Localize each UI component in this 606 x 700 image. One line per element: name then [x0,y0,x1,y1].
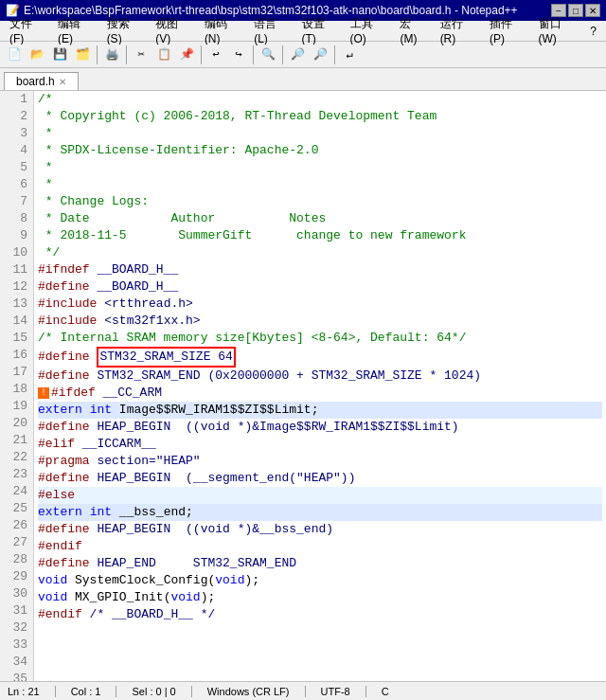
menu-view[interactable]: 视图(V) [150,14,197,47]
status-col: Col : 1 [71,686,117,697]
line-number: 35 [6,671,27,681]
line-number: 17 [6,364,27,381]
line-number: 26 [6,517,27,534]
line-number: 32 [6,619,27,637]
toolbar-separator-2 [126,45,127,64]
code-line: * SPDX-License-Identifier: Apache-2.0 [38,142,602,159]
line-numbers: 1234567891011121314151617181920212223242… [0,91,34,681]
menu-window[interactable]: 窗口(W) [533,14,583,47]
code-line: #define HEAP_BEGIN ((void *)&__bss_end) [38,521,602,538]
warning-marker: ! [38,387,49,399]
menu-run[interactable]: 运行(R) [435,14,482,47]
status-encoding: UTF-8 [321,686,366,697]
open-button[interactable]: 📂 [27,45,47,65]
redo-button[interactable]: ↪️ [228,45,249,65]
status-windows: Windows (CR LF) [207,686,306,697]
code-line: #pragma section="HEAP" [38,453,602,470]
code-line: * 2018-11-5 SummerGift change to new fra… [38,227,602,244]
editor: 1234567891011121314151617181920212223242… [0,91,606,681]
code-line: * [38,159,602,176]
print-button[interactable]: 🖨️ [101,45,122,65]
cut-button[interactable]: ✂️ [131,45,152,65]
wrap-button[interactable]: ↵ [339,45,360,65]
line-number: 3 [6,125,27,142]
code-line: !#ifdef __CC_ARM [38,385,602,402]
code-line: #endif /* __BOARD_H__ */ [38,606,602,623]
tab-label: board.h [16,75,55,88]
find-button[interactable]: 🔍 [258,45,278,65]
line-number: 22 [6,449,27,466]
line-number: 18 [6,381,27,398]
line-number: 13 [6,296,27,313]
code-area[interactable]: /* * Copyright (c) 2006-2018, RT-Thread … [34,91,606,681]
line-number: 20 [6,415,27,432]
code-line: extern int __bss_end; [38,504,602,521]
menu-edit[interactable]: 编辑(E) [52,14,99,47]
save-all-button[interactable]: 🗂️ [72,45,93,65]
line-number: 31 [6,602,27,619]
code-line: #include <stm32f1xx.h> [38,313,602,330]
line-number: 6 [6,176,27,193]
line-number: 30 [6,585,27,602]
code-line: #define HEAP_BEGIN ((void *)&Image$$RW_I… [38,419,602,436]
code-line: /* Internal SRAM memory size[Kbytes] <8-… [38,330,602,347]
toolbar-separator-6 [334,45,335,64]
line-number: 5 [6,159,27,176]
code-line: #define STM32_SRAM_END (0x20000000 + STM… [38,368,602,385]
menu-file[interactable]: 文件(F) [4,14,50,47]
line-number: 14 [6,313,27,330]
menu-encode[interactable]: 编码(N) [199,14,246,47]
line-number: 21 [6,432,27,449]
line-number: 29 [6,568,27,585]
toolbar-separator-5 [282,45,283,64]
line-number: 33 [6,637,27,654]
menu-search[interactable]: 搜索(S) [101,14,149,47]
code-line: * Copyright (c) 2006-2018, RT-Thread Dev… [38,108,602,125]
status-line: Ln : 21 [8,686,56,697]
toolbar-separator-1 [97,45,98,64]
new-button[interactable]: 📄 [4,45,25,65]
tab-board-h[interactable]: board.h ✕ [4,72,79,90]
line-number: 27 [6,534,27,551]
line-number: 19 [6,398,27,415]
status-lang: C [382,686,389,697]
save-button[interactable]: 💾 [49,45,70,65]
line-number: 7 [6,193,27,210]
menu-macro[interactable]: 宏(M) [394,14,432,47]
status-sel: Sel : 0 | 0 [132,686,191,697]
menu-tools[interactable]: 工具(O) [345,14,393,47]
menu-settings[interactable]: 设置(T) [296,14,343,47]
zoom-in-button[interactable]: 🔎 [287,45,308,65]
status-bar: Ln : 21 Col : 1 Sel : 0 | 0 Windows (CR … [0,681,606,700]
code-line: #define HEAP_END STM32_SRAM_END [38,555,602,572]
code-line: void SystemClock_Config(void); [38,572,602,589]
line-number: 34 [6,654,27,671]
line-number: 16 [6,347,27,364]
menu-help[interactable]: ? [584,23,602,40]
zoom-out-button[interactable]: 🔎 [310,45,330,65]
tab-bar: board.h ✕ [0,68,606,91]
code-line: */ [38,244,602,261]
code-line: #define __BOARD_H__ [38,278,602,296]
code-line: #ifndef __BOARD_H__ [38,261,602,278]
line-number: 8 [6,210,27,227]
undo-button[interactable]: ↩️ [205,45,226,65]
paste-button[interactable]: 📌 [176,45,197,65]
menu-language[interactable]: 语言(L) [248,14,294,47]
copy-button[interactable]: 📋 [153,45,174,65]
line-number: 11 [6,261,27,278]
code-line: #define STM32_SRAM_SIZE 64 [38,347,602,368]
line-number: 1 [6,91,27,108]
line-number: 4 [6,142,27,159]
code-line: extern int Image$$RW_IRAM1$$ZI$$Limit; [38,402,602,419]
line-number: 15 [6,330,27,347]
menu-plugins[interactable]: 插件(P) [484,14,531,47]
tab-close-icon[interactable]: ✕ [59,77,66,87]
code-line: * [38,125,602,142]
code-line: #include <rtthread.h> [38,296,602,313]
code-line: #elif __ICCARM__ [38,436,602,453]
toolbar-separator-3 [201,45,202,64]
close-button[interactable]: ✕ [585,4,600,17]
line-number: 24 [6,483,27,500]
line-number: 9 [6,227,27,244]
